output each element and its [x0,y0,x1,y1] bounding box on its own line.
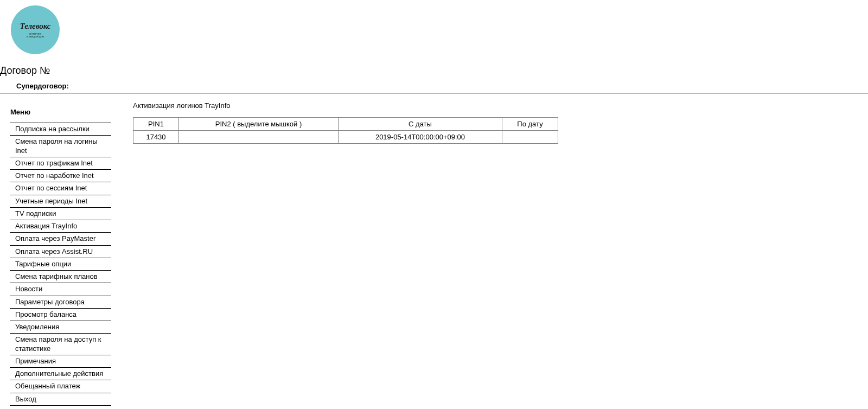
menu-item[interactable]: Тарифные опции [10,258,111,271]
menu-item[interactable]: Отчет по сессиям Inet [10,182,111,195]
menu-item[interactable]: Отчет по наработке Inet [10,170,111,182]
menu-item[interactable]: Дополнительные действия [10,368,111,380]
menu-item[interactable]: Просмотр баланса [10,309,111,321]
menu-item[interactable]: Отчет по трафикам Inet [10,157,111,170]
menu-item[interactable]: Активация TrayInfo [10,220,111,233]
contract-number-label: Договор № [0,60,868,79]
sidebar: Меню Подписка на рассылкиСмена пароля на… [0,101,111,406]
th-pin1: PIN1 [133,118,179,131]
cell-to [502,131,558,144]
menu-item[interactable]: Выход [10,393,111,406]
th-to: По дату [502,118,558,131]
table-row: 174302019-05-14T00:00:00+09:00 [133,131,558,144]
supercontract-label: Супердоговор: [0,79,868,93]
menu-title: Меню [0,101,111,123]
main-content: Активизация логинов TrayInfo PIN1 PIN2 (… [111,94,868,144]
logo-area: Телевокс ИНТЕРНЕТ В КАЖДЫЙ ДОМ [0,0,868,60]
menu-item[interactable]: Примечания [10,355,111,368]
menu-item[interactable]: TV подписки [10,208,111,220]
menu-item[interactable]: Уведомления [10,321,111,334]
cell-from: 2019-05-14T00:00:00+09:00 [339,131,502,144]
logo-tagline: ИНТЕРНЕТ В КАЖДЫЙ ДОМ [27,33,44,38]
trayinfo-table: PIN1 PIN2 ( выделите мышкой ) С даты По … [133,117,558,144]
logo[interactable]: Телевокс ИНТЕРНЕТ В КАЖДЫЙ ДОМ [11,5,60,54]
menu-item[interactable]: Оплата через Assist.RU [10,246,111,258]
menu-list: Подписка на рассылкиСмена пароля на логи… [10,123,111,406]
menu-item[interactable]: Смена пароля на логины Inet [10,136,111,157]
menu-item[interactable]: Новости [10,283,111,296]
cell-pin1: 17430 [133,131,179,144]
cell-pin2[interactable] [179,131,339,144]
menu-item[interactable]: Учетные периоды Inet [10,195,111,208]
menu-item[interactable]: Смена пароля на доступ к статистике [10,334,111,355]
logo-brand-text: Телевокс [20,22,51,31]
menu-item[interactable]: Параметры договора [10,296,111,309]
menu-item[interactable]: Смена тарифных планов [10,271,111,283]
menu-item[interactable]: Обещанный платеж [10,380,111,393]
menu-item[interactable]: Подписка на рассылки [10,123,111,136]
page-title: Активизация логинов TrayInfo [133,101,868,110]
th-from: С даты [339,118,502,131]
menu-item[interactable]: Оплата через PayMaster [10,233,111,245]
th-pin2: PIN2 ( выделите мышкой ) [179,118,339,131]
